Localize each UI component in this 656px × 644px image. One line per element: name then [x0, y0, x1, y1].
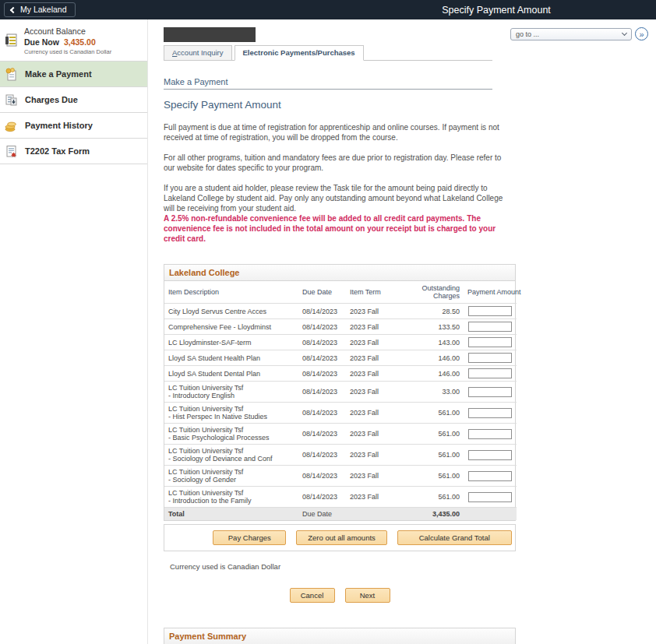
- back-button-label: My Lakeland: [20, 5, 67, 14]
- payment-amount-input[interactable]: [468, 492, 512, 502]
- item-description: Lloyd SA Student Dental Plan: [168, 370, 294, 378]
- sidebar-item-t2202-tax-form[interactable]: T2202 Tax Form: [0, 139, 147, 164]
- my-lakeland-back-button[interactable]: My Lakeland: [4, 2, 76, 17]
- sidebar-item-label: T2202 Tax Form: [25, 146, 90, 156]
- item-term: 2023 Fall: [346, 319, 411, 335]
- item-description-2: - Introductory English: [168, 392, 294, 399]
- due-date: 08/14/2023: [298, 424, 346, 445]
- charges-table: Lakeland College Item Description Due Da…: [164, 264, 516, 521]
- calculate-grand-total-button[interactable]: Calculate Grand Total: [397, 530, 512, 545]
- table-row: LC Tuition University Tsf- Introduction …: [164, 487, 517, 508]
- item-term: 2023 Fall: [346, 335, 411, 350]
- payment-amount-input[interactable]: [468, 450, 512, 460]
- item-term: 2023 Fall: [346, 403, 411, 424]
- sidebar-item-label: Payment History: [25, 121, 93, 130]
- chevron-down-icon: [622, 30, 627, 36]
- outstanding-amount: 561.00: [411, 424, 464, 445]
- tab-account-inquiry[interactable]: Account Inquiry: [164, 45, 232, 61]
- goto-submit-button[interactable]: »: [635, 27, 648, 40]
- total-amount: 3,435.00: [411, 508, 464, 521]
- info-paragraph: Full payment is due at time of registrat…: [164, 122, 503, 143]
- make-a-payment-icon: [5, 68, 18, 81]
- table-row: LC Tuition University Tsf- Sociology of …: [164, 466, 517, 487]
- next-button[interactable]: Next: [345, 588, 390, 603]
- charges-due-icon: [5, 93, 18, 107]
- sidebar-item-label: Make a Payment: [25, 69, 92, 79]
- item-term: 2023 Fall: [346, 466, 411, 487]
- account-balance-summary: Account Balance Due Now3,435.00 Currency…: [0, 19, 147, 62]
- item-description-2: - Basic Psychological Processes: [168, 434, 294, 442]
- col-item-term: Item Term: [346, 281, 411, 304]
- breadcrumb: Make a Payment: [164, 77, 656, 89]
- table-row: LC Tuition University Tsf- Basic Psychol…: [164, 424, 517, 445]
- payment-amount-input[interactable]: [468, 387, 512, 397]
- outstanding-amount: 28.50: [411, 304, 464, 319]
- sidebar-item-charges-due[interactable]: Charges Due: [0, 87, 147, 113]
- student-name-redacted: [164, 27, 256, 42]
- charges-table-title: Lakeland College: [164, 265, 515, 281]
- item-description: Comprehensive Fee - Lloydminst: [168, 323, 294, 331]
- outstanding-amount: 561.00: [411, 445, 464, 466]
- tab-label: Electronic Payments/Purchases: [243, 48, 355, 57]
- pay-charges-button[interactable]: Pay Charges: [213, 530, 286, 545]
- convenience-fee-warning: A 2.5% non-refundable convenience fee wi…: [164, 213, 506, 244]
- due-date: 08/14/2023: [298, 445, 346, 466]
- due-date: 08/14/2023: [298, 366, 346, 382]
- tab-electronic-payments-purchases[interactable]: Electronic Payments/Purchases: [235, 45, 364, 61]
- form-actions: Cancel Next: [164, 588, 516, 603]
- payment-amount-input[interactable]: [468, 471, 512, 481]
- sidebar: Account Balance Due Now3,435.00 Currency…: [0, 19, 148, 644]
- sidebar-item-payment-history[interactable]: Payment History: [0, 113, 147, 139]
- goto-dropdown[interactable]: go to ...: [510, 28, 632, 40]
- main-content: Account Inquiry Electronic Payments/Purc…: [148, 19, 656, 644]
- col-due-date: Due Date: [298, 281, 346, 304]
- currency-note: Currency used is Canadian Dollar: [24, 48, 111, 55]
- sidebar-nav: Make a Payment Charges Due: [0, 62, 147, 164]
- item-term: 2023 Fall: [346, 424, 411, 445]
- divider: [164, 89, 492, 90]
- page-header-title: Specify Payment Amount: [387, 5, 605, 16]
- item-term: 2023 Fall: [346, 382, 411, 403]
- payment-amount-input[interactable]: [468, 337, 512, 347]
- item-description: Lloyd SA Student Health Plan: [168, 354, 294, 362]
- outstanding-amount: 133.50: [411, 319, 464, 335]
- zero-out-all-amounts-button[interactable]: Zero out all amounts: [296, 530, 386, 545]
- payment-amount-input[interactable]: [468, 353, 512, 363]
- table-row: Lloyd SA Student Dental Plan 08/14/2023 …: [164, 366, 517, 382]
- item-description: LC Tuition University Tsf: [168, 405, 294, 413]
- payment-amount-input[interactable]: [468, 322, 512, 332]
- item-term: 2023 Fall: [346, 445, 411, 466]
- total-due-date-label: Due Date: [298, 508, 346, 521]
- payment-history-icon: [5, 119, 18, 132]
- outstanding-amount: 143.00: [411, 335, 464, 350]
- item-description-2: - Hist Perspec In Native Studies: [168, 413, 294, 421]
- outstanding-amount: 561.00: [411, 487, 464, 508]
- goto-bar: go to ... »: [510, 27, 648, 40]
- due-date: 08/14/2023: [298, 304, 346, 319]
- due-date: 08/14/2023: [298, 319, 346, 335]
- due-date: 08/14/2023: [298, 487, 346, 508]
- table-row: Comprehensive Fee - Lloydminst 08/14/202…: [164, 319, 517, 335]
- payment-amount-input[interactable]: [468, 429, 512, 439]
- cancel-button[interactable]: Cancel: [290, 588, 335, 603]
- app-window: My Lakeland Specify Payment Amount go to…: [0, 0, 656, 644]
- outstanding-amount: 561.00: [411, 466, 464, 487]
- payment-amount-input[interactable]: [468, 408, 512, 418]
- tab-bar: Account Inquiry Electronic Payments/Purc…: [164, 45, 492, 61]
- payment-amount-input[interactable]: [468, 368, 512, 378]
- item-description: LC Tuition University Tsf: [168, 426, 294, 434]
- sidebar-item-make-a-payment[interactable]: Make a Payment: [0, 62, 147, 87]
- outstanding-amount: 146.00: [411, 350, 464, 366]
- total-row: Total Due Date 3,435.00: [164, 508, 517, 521]
- item-description-2: - Introduction to the Family: [168, 497, 294, 505]
- payment-amount-input[interactable]: [468, 306, 512, 316]
- item-description: LC Tuition University Tsf: [168, 468, 294, 476]
- sidebar-item-label: Charges Due: [25, 95, 78, 104]
- page-title: Specify Payment Amount: [164, 99, 656, 111]
- tab-label: Account Inquiry: [172, 48, 224, 57]
- item-description-2: - Sociology of Gender: [168, 476, 294, 484]
- outstanding-amount: 146.00: [411, 366, 464, 382]
- table-row: City Lloyd Servus Centre Acces 08/14/202…: [164, 304, 517, 319]
- outstanding-amount: 561.00: [411, 403, 464, 424]
- table-row: LC Tuition University Tsf- Introductory …: [164, 382, 517, 403]
